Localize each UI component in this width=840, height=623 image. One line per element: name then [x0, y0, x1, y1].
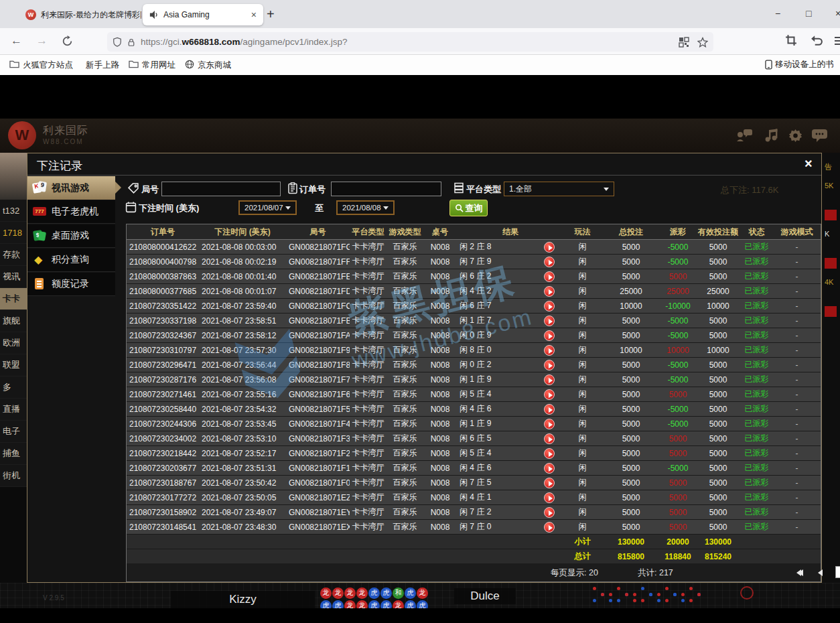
reload-button[interactable] [62, 36, 73, 47]
settings-gear-icon[interactable] [788, 128, 803, 143]
bookmark-mobile[interactable]: 移动设备上的书 [765, 59, 840, 70]
replay-play-button[interactable] [544, 360, 555, 370]
replay-play-button[interactable] [544, 448, 555, 459]
bookmark-item[interactable]: 京东商城 [185, 60, 231, 71]
replay-play-button[interactable] [544, 507, 555, 518]
left-nav-fragment[interactable]: 街机 [0, 465, 27, 487]
platform-type: 卡卡湾厅 [350, 374, 387, 385]
result-text: 闲 1 庄 7 [457, 315, 535, 326]
sidebar-tab-2[interactable]: 电子老虎机 [27, 200, 115, 224]
forward-button[interactable]: → [36, 34, 48, 48]
platform-type: 卡卡湾厅 [350, 477, 387, 488]
road-result-circle: 龙 [320, 587, 332, 599]
left-nav-fragment[interactable]: 联盟 [0, 354, 27, 376]
order-number-input[interactable] [331, 182, 441, 196]
result-text: 闲 4 庄 6 [457, 403, 535, 415]
column-header: 下注时间 (美东) [199, 226, 286, 238]
sidebar-tab-1[interactable]: 视讯游戏 [27, 176, 115, 200]
bet-records-modal: 下注记录 × 视讯游戏电子老虎机桌面游戏积分查询额度记录 局号 订单号 平台类型… [27, 153, 822, 583]
window-maximize-button[interactable]: □ [806, 8, 811, 19]
bookmark-item[interactable]: 新手上路 [82, 60, 119, 71]
left-nav-fragment[interactable]: 捕鱼 [0, 443, 27, 465]
bead-dot [689, 599, 693, 602]
search-button[interactable]: 查询 [449, 200, 488, 216]
bead-dot [593, 587, 596, 590]
first-page-button[interactable] [796, 567, 803, 577]
replay-play-button[interactable] [544, 257, 555, 267]
play-type: 闲 [564, 241, 601, 253]
left-nav-fragment[interactable]: 旗舰 [0, 310, 27, 332]
left-nav-fragment[interactable]: 欧洲 [0, 332, 27, 354]
new-tab-button[interactable]: + [267, 7, 275, 22]
replay-play-button[interactable] [544, 492, 555, 503]
bookmark-star-icon[interactable] [697, 37, 708, 48]
replay-play-button[interactable] [544, 433, 555, 444]
replay-play-button[interactable] [544, 478, 555, 488]
music-icon[interactable] [764, 128, 778, 143]
tab-close-icon[interactable]: × [251, 9, 257, 20]
bookmark-item[interactable]: 常用网址 [129, 60, 176, 71]
platform-type-select[interactable]: 1.全部 [504, 182, 614, 196]
replay-play-button[interactable] [544, 522, 555, 533]
bookmark-item[interactable]: 火狐官方站点 [9, 60, 73, 71]
back-button[interactable]: ← [11, 34, 22, 48]
table-row: 2108072301887672021-08-07 23:50:42GN0082… [127, 476, 821, 490]
replay-play-button[interactable] [544, 404, 555, 415]
replay-play-button[interactable] [544, 316, 555, 326]
subtotal-label: 小计 [564, 536, 601, 547]
table-number: N008 [423, 287, 457, 296]
status-badge: 已派彩 [742, 403, 772, 415]
valid-bet: 10000 [695, 346, 742, 355]
sidebar-tab-5[interactable]: 额度记录 [27, 273, 115, 296]
left-nav-fragment[interactable]: 直播 [0, 399, 27, 421]
replay-play-button[interactable] [544, 374, 555, 385]
table-number: N008 [423, 464, 457, 473]
left-nav-fragment[interactable]: 视讯 [0, 266, 27, 288]
globe-icon [185, 60, 194, 71]
tab-asia-gaming[interactable]: Asia Gaming × [143, 4, 263, 25]
play-type: 闲 [564, 344, 601, 356]
status-badge: 已派彩 [742, 477, 772, 488]
left-nav-fragment[interactable]: 多 [0, 376, 27, 399]
replay-play-button[interactable] [544, 242, 555, 253]
site-brand: 利来国际 W88.COM [43, 124, 88, 145]
round-number-input[interactable] [161, 182, 281, 196]
replay-play-button[interactable] [544, 345, 555, 356]
table-games-icon [33, 229, 46, 243]
order-number: 210808000377685 [127, 287, 199, 296]
game-mode: - [772, 405, 822, 414]
left-nav-fragment[interactable]: 电子 [0, 421, 27, 443]
left-nav-fragment[interactable]: 卡卡 [0, 288, 27, 310]
url-text: https://gci.w668818.com/agingame/pcv1/in… [141, 37, 679, 47]
replay-play-button[interactable] [544, 330, 555, 341]
status-badge: 已派彩 [742, 389, 772, 400]
replay-play-button[interactable] [544, 419, 555, 429]
replay-play-button[interactable] [544, 271, 555, 282]
left-nav-fragment[interactable]: t132 [0, 200, 27, 222]
left-nav-fragment[interactable]: 1718 [0, 222, 27, 244]
support-chat-icon[interactable] [736, 128, 753, 143]
tab-lilai[interactable]: W 利来国际-最给力的老牌博彩网址 × [19, 4, 162, 25]
left-nav-fragment[interactable]: 存款 [0, 244, 27, 266]
url-bar[interactable]: https://gci.w668818.com/agingame/pcv1/in… [107, 32, 713, 52]
sidebar-tab-4[interactable]: 积分查询 [27, 249, 115, 272]
prev-page-button[interactable] [818, 567, 823, 577]
replay-play-button[interactable] [544, 286, 555, 297]
sidebar-tab-3[interactable]: 桌面游戏 [27, 224, 115, 248]
modal-close-icon[interactable]: × [804, 156, 813, 171]
chat-bubble-icon[interactable] [811, 128, 828, 143]
screenshot-crop-icon[interactable] [785, 34, 797, 46]
page-number-input[interactable]: 2 [835, 566, 840, 578]
qr-code-icon[interactable] [679, 37, 689, 48]
undo-arrow-icon[interactable] [811, 34, 823, 46]
game-mode: - [772, 257, 822, 267]
window-minimize-button[interactable]: − [775, 8, 780, 19]
date-from-picker[interactable]: 2021/08/07 [238, 200, 297, 215]
table-row: 2108080004007982021-08-08 00:02:19GN0082… [127, 255, 821, 269]
replay-play-button[interactable] [544, 389, 555, 400]
date-to-picker[interactable]: 2021/08/08 [336, 200, 395, 215]
menu-hamburger-icon[interactable] [835, 37, 840, 45]
replay-play-button[interactable] [544, 463, 555, 474]
replay-play-button[interactable] [544, 301, 555, 312]
window-close-button[interactable]: × [835, 8, 840, 19]
